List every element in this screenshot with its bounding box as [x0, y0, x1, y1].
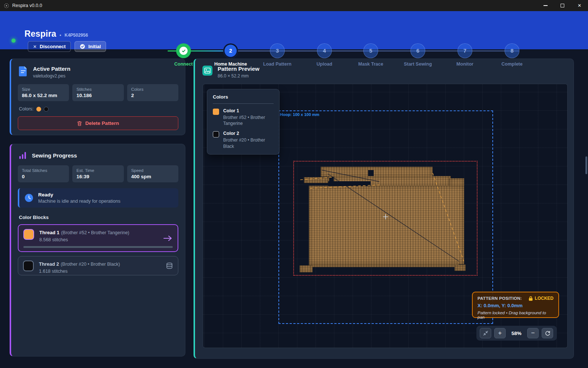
- color-blocks-label: Color Blocks: [11, 208, 185, 220]
- legend-swatch-orange: [213, 109, 219, 115]
- zoom-out-button[interactable]: −: [527, 328, 539, 338]
- stat-label: Speed: [131, 168, 174, 173]
- window-title: Respira v0.0.0: [12, 3, 42, 8]
- step-start-sewing[interactable]: 6 Start Sewing: [394, 43, 442, 67]
- zoom-controls: + 58% −: [476, 326, 557, 341]
- step-connect[interactable]: Connect: [159, 43, 208, 67]
- stat-value: 86.0 x 52.2 mm: [22, 93, 65, 98]
- stat-size: Size 86.0 x 52.2 mm: [18, 84, 69, 101]
- stat-label: Est. Time: [76, 168, 119, 173]
- step-label: Upload: [300, 62, 348, 67]
- document-icon: [19, 66, 28, 77]
- initial-label: Initial: [88, 44, 101, 49]
- pattern-colors-row: Colors:: [11, 101, 185, 112]
- legend-color-name: Color 2: [223, 131, 274, 136]
- step-home-machine[interactable]: 2 Home Machine: [207, 43, 255, 67]
- pattern-dimensions: 86.0 × 52.2 mm: [218, 73, 260, 79]
- brand: Respira • K4P502956: [24, 29, 88, 39]
- step-label: Monitor: [441, 62, 489, 67]
- clock-icon: [24, 193, 33, 202]
- maximize-button[interactable]: [554, 0, 571, 11]
- initial-button[interactable]: Initial: [75, 41, 106, 52]
- step-circle[interactable]: 7: [457, 43, 472, 58]
- color-swatch-black: [44, 107, 49, 112]
- legend-color-detail: Brother #52 • Brother Tangerine: [223, 115, 274, 126]
- thread-1-swatch: [23, 229, 34, 240]
- step-label: Home Machine: [207, 62, 255, 67]
- lock-icon: [529, 296, 533, 301]
- sewing-progress-title: Sewing Progress: [32, 152, 77, 159]
- stat-colors: Colors 2: [127, 84, 178, 101]
- lock-status: LOCKED: [529, 296, 554, 301]
- preview-canvas[interactable]: Hoop: 100 x 100 mm: [203, 84, 568, 348]
- minimize-button[interactable]: [537, 0, 554, 11]
- trash-icon: [77, 121, 82, 126]
- stat-value: 2: [131, 93, 174, 98]
- arrow-right-icon: [163, 235, 173, 242]
- header: Respira • K4P502956 ✕ Disconnect Initial…: [0, 11, 588, 49]
- step-circle[interactable]: 5: [363, 43, 378, 58]
- disconnect-label: Disconnect: [40, 44, 66, 49]
- zoom-in-button[interactable]: +: [494, 328, 506, 338]
- delete-pattern-button[interactable]: Delete Pattern: [18, 116, 178, 130]
- disconnect-x-icon: ✕: [33, 44, 37, 49]
- active-pattern-title: Active Pattern: [33, 66, 70, 72]
- step-home-circle[interactable]: 2: [223, 43, 238, 58]
- stat-total-stitches: Total Stitches 0: [18, 165, 69, 182]
- machine-serial: K4P502956: [65, 33, 88, 38]
- stat-label: Size: [22, 87, 65, 92]
- image-icon: [202, 66, 212, 76]
- step-mask-trace[interactable]: 5 Mask Trace: [347, 43, 395, 67]
- pattern-stats: Size 86.0 x 52.2 mm Stitches 10.186 Colo…: [11, 79, 185, 101]
- step-monitor[interactable]: 7 Monitor: [441, 43, 489, 67]
- step-complete[interactable]: 8 Complete: [488, 43, 536, 67]
- reset-view-button[interactable]: [542, 328, 553, 338]
- pattern-preview-card: Pattern Preview 86.0 × 52.2 mm Hoop: 100…: [194, 59, 574, 359]
- step-circle[interactable]: 3: [270, 43, 285, 58]
- step-upload[interactable]: 4 Upload: [300, 43, 348, 67]
- colors-label: Colors:: [19, 106, 34, 112]
- close-button[interactable]: ✕: [571, 0, 588, 11]
- layers-icon: [166, 262, 173, 269]
- disconnect-button[interactable]: ✕ Disconnect: [28, 41, 71, 52]
- stat-value: 10.186: [76, 93, 119, 98]
- minimize-icon: [544, 5, 548, 6]
- scrollbar-thumb[interactable]: [585, 156, 587, 174]
- step-label: Mask Trace: [347, 62, 395, 67]
- step-circle[interactable]: 8: [505, 43, 519, 58]
- header-buttons: ✕ Disconnect Initial: [28, 41, 106, 52]
- step-circle[interactable]: 6: [410, 43, 425, 58]
- step-load-pattern[interactable]: 3 Load Pattern: [253, 43, 301, 67]
- legend-color-detail: Brother #20 • Brother Black: [223, 137, 274, 149]
- status-title: Ready: [38, 192, 120, 198]
- app-icon: [4, 3, 9, 9]
- thread-2-row[interactable]: Thread 2 (Brother #20 • Brother Black) 1…: [18, 256, 178, 275]
- step-circle[interactable]: 4: [317, 43, 332, 58]
- stat-label: Colors: [131, 87, 174, 92]
- stat-label: Stitches: [76, 87, 119, 92]
- step-label: Connect: [159, 62, 208, 67]
- step-connect-circle[interactable]: [176, 43, 191, 58]
- locked-label: LOCKED: [535, 296, 554, 301]
- maximize-icon: [561, 4, 564, 7]
- status-detail: Machine is idle and ready for operations: [38, 199, 120, 204]
- stat-value: 400 spm: [131, 174, 174, 179]
- active-pattern-card: Active Pattern valetudogv2.pes Size 86.0…: [10, 59, 185, 135]
- thread-1-stitches: 8.568 stitches: [39, 237, 129, 242]
- legend-title: Colors: [213, 94, 274, 104]
- colors-legend: Colors Color 1 Brother #52 • Brother Tan…: [207, 89, 280, 155]
- legend-swatch-black: [213, 131, 219, 137]
- step-label: Start Sewing: [394, 62, 442, 67]
- fit-view-button[interactable]: [480, 328, 491, 338]
- stat-value: 0: [22, 174, 65, 179]
- thread-2-detail: (Brother #20 • Brother Black): [61, 262, 120, 267]
- delete-pattern-label: Delete Pattern: [85, 120, 119, 126]
- thread-1-progress-bar: [23, 246, 173, 248]
- connection-status-dot: [11, 39, 16, 43]
- titlebar: Respira v0.0.0 ✕: [0, 0, 588, 11]
- thread-1-row[interactable]: Thread 1 (Brother #52 • Brother Tangerin…: [18, 224, 178, 252]
- hoop-label: Hoop: 100 x 100 mm: [280, 112, 319, 117]
- brand-name: Respira: [24, 29, 56, 39]
- stat-stitches: Stitches 10.186: [72, 84, 123, 101]
- plus-icon: +: [498, 329, 502, 337]
